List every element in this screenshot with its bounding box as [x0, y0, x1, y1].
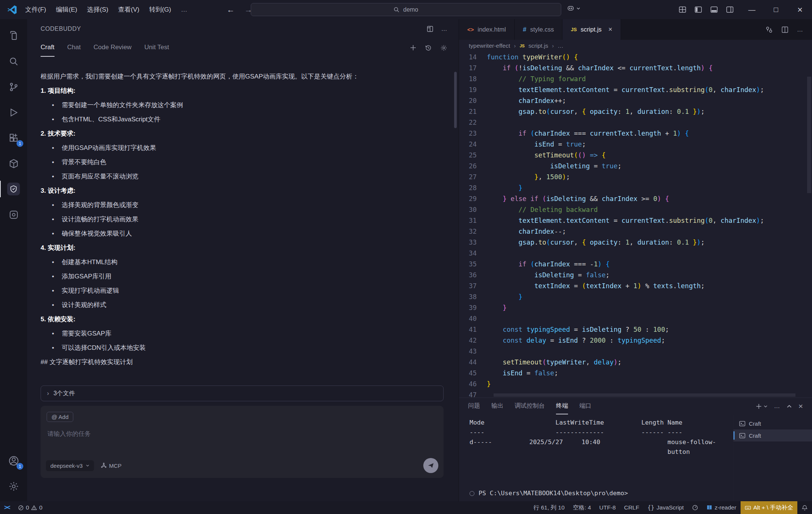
extensions-icon[interactable]: 1	[0, 125, 27, 151]
breadcrumb-file[interactable]: script.js	[529, 42, 548, 49]
tab-terminal[interactable]: 终端	[556, 398, 568, 414]
code-line[interactable]: 37 textIndex = (textIndex + 1) % texts.l…	[459, 281, 812, 292]
tab-chat[interactable]: Chat	[67, 39, 81, 57]
code-line[interactable]: 20 charIndex++;	[459, 95, 812, 106]
package-icon[interactable]	[0, 151, 27, 176]
code-line[interactable]: 23 if (charIndex === currentText.length …	[459, 128, 812, 139]
encoding[interactable]: UTF-8	[595, 501, 620, 514]
new-chat-icon[interactable]	[410, 44, 417, 51]
code-line[interactable]: 24 isEnd = true;	[459, 139, 812, 150]
explorer-icon[interactable]	[0, 23, 27, 48]
code-line[interactable]: 38 }	[459, 292, 812, 302]
task-composer[interactable]: @ Add 请输入你的任务 deepseek-v3 MCP	[41, 406, 444, 478]
remote-indicator-icon[interactable]: ><	[0, 501, 14, 514]
code-line[interactable]: 45 isEnd = false;	[459, 368, 812, 379]
code-line[interactable]: 26 isDeleting = true;	[459, 161, 812, 172]
code-line[interactable]: 33 gsap.to(cursor, { opacity: 1, duratio…	[459, 237, 812, 248]
tab-debug-console[interactable]: 调试控制台	[515, 398, 545, 414]
eol-sequence[interactable]: CRLF	[620, 501, 643, 514]
terminal-tab-craft[interactable]: Craft	[733, 429, 812, 441]
code-line[interactable]: 28 }	[459, 183, 812, 194]
run-debug-icon[interactable]	[0, 100, 27, 125]
history-icon[interactable]	[425, 44, 432, 51]
toggle-panel-icon[interactable]	[710, 6, 718, 14]
panel-more-actions-icon[interactable]: …	[774, 403, 780, 410]
code-line[interactable]: 25 setTimeout(() => {	[459, 150, 812, 161]
tab-output[interactable]: 输出	[491, 398, 503, 414]
manual-completion-toggle[interactable]: Alt + \ 手动补全	[741, 501, 797, 514]
maximize-button[interactable]: □	[764, 0, 788, 19]
add-context-chip[interactable]: @ Add	[47, 412, 73, 422]
tab-unit-test[interactable]: Unit Test	[144, 39, 169, 57]
problems-status[interactable]: 0 0	[14, 501, 47, 514]
code-line[interactable]: 14function typeWriter() {	[459, 52, 812, 63]
code-line[interactable]: 19 textElement.textContent = currentText…	[459, 85, 812, 95]
toggle-secondary-sidebar-icon[interactable]	[726, 6, 734, 14]
language-mode[interactable]: {} JavaScript	[643, 501, 688, 514]
code-editor[interactable]: 14function typeWriter() {17 if (!isDelet…	[459, 52, 812, 398]
menu-file[interactable]: 文件(F)	[20, 0, 51, 19]
cursor-position[interactable]: 行 61, 列 10	[529, 501, 569, 514]
notifications-bell-icon[interactable]	[797, 501, 812, 514]
code-line[interactable]: 43	[459, 346, 812, 357]
tab-craft[interactable]: Craft	[41, 39, 55, 57]
tab-script-js[interactable]: JS script.js ×	[562, 19, 621, 40]
toggle-primary-sidebar-icon[interactable]	[694, 6, 702, 14]
tab-style-css[interactable]: # style.css	[515, 19, 563, 40]
breadcrumb-folder[interactable]: typewriter-effect	[469, 42, 510, 49]
code-line[interactable]: 29 } else if (isDeleting && charIndex >=…	[459, 194, 812, 204]
editor-more-actions-icon[interactable]: …	[797, 26, 803, 33]
menu-edit[interactable]: 编辑(E)	[51, 0, 82, 19]
new-terminal-icon[interactable]	[756, 403, 768, 410]
code-line[interactable]: 36 isDeleting = false;	[459, 270, 812, 281]
tab-ports[interactable]: 端口	[579, 398, 591, 414]
split-editor-icon[interactable]	[781, 26, 789, 33]
code-line[interactable]: 39 }	[459, 302, 812, 313]
send-button[interactable]	[423, 458, 438, 473]
model-selector[interactable]: deepseek-v3	[46, 460, 94, 471]
copilot-menu[interactable]	[567, 5, 580, 12]
task-input[interactable]: 请输入你的任务	[47, 430, 91, 438]
code-line[interactable]: 30 // Deleting backward	[459, 204, 812, 215]
search-sidebar-icon[interactable]	[0, 48, 27, 74]
customize-layout-icon[interactable]	[679, 6, 686, 14]
code-line[interactable]: 27 }, 1500);	[459, 172, 812, 183]
settings-gear-icon[interactable]	[0, 473, 27, 499]
code-line[interactable]: 35 if (charIndex === -1) {	[459, 259, 812, 270]
close-tab-icon[interactable]: ×	[608, 26, 612, 33]
source-control-icon[interactable]	[0, 74, 27, 100]
open-changes-icon[interactable]	[765, 26, 773, 33]
code-line[interactable]: 40	[459, 313, 812, 324]
close-button[interactable]: ×	[788, 0, 812, 19]
sidebar-more-actions-icon[interactable]: …	[441, 26, 447, 32]
maximize-panel-icon[interactable]	[786, 404, 792, 409]
code-line[interactable]: 22	[459, 117, 812, 128]
terminal-output[interactable]: Mode LastWriteTime Length Name ---- ----…	[459, 414, 733, 501]
code-line[interactable]: 42 const delay = isEnd ? 2000 : typingSp…	[459, 335, 812, 346]
chat-content[interactable]: 根据用户需求，我们需要创建一个具有文字逐帧打字机特效的网页，使用GSAP动画库实…	[27, 57, 459, 386]
code-line[interactable]: 44 setTimeout(typeWriter, delay);	[459, 357, 812, 368]
gauge-icon[interactable]	[688, 501, 702, 514]
open-in-editor-icon[interactable]	[427, 26, 433, 32]
close-panel-icon[interactable]: ×	[798, 402, 803, 411]
menu-more-icon[interactable]: …	[176, 0, 192, 19]
extension-logo-icon[interactable]	[0, 202, 27, 227]
code-line[interactable]: 21 gsap.to(cursor, { opacity: 1, duratio…	[459, 106, 812, 117]
code-line[interactable]: 34	[459, 248, 812, 259]
breadcrumb-symbol[interactable]: …	[557, 42, 564, 49]
minimize-button[interactable]: —	[740, 0, 764, 19]
menu-view[interactable]: 查看(V)	[113, 0, 144, 19]
account-icon[interactable]: 1	[0, 448, 27, 473]
codebuddy-icon[interactable]	[0, 176, 27, 202]
code-line[interactable]: 41 const typingSpeed = isDeleting ? 50 :…	[459, 324, 812, 335]
menu-selection[interactable]: 选择(S)	[82, 0, 113, 19]
code-line[interactable]: 18 // Typing forward	[459, 74, 812, 85]
editor-horizontal-scrollbar[interactable]	[494, 393, 795, 397]
back-arrow-icon[interactable]: ←	[227, 5, 235, 14]
code-line[interactable]: 17 if (!isDeleting && charIndex <= curre…	[459, 63, 812, 74]
code-line[interactable]: 32 charIndex--;	[459, 226, 812, 237]
indentation[interactable]: 空格: 4	[569, 501, 595, 514]
mcp-button[interactable]: MCP	[101, 463, 121, 469]
files-section[interactable]: › 3个文件	[41, 386, 444, 401]
tab-index-html[interactable]: <> index.html	[459, 19, 515, 40]
